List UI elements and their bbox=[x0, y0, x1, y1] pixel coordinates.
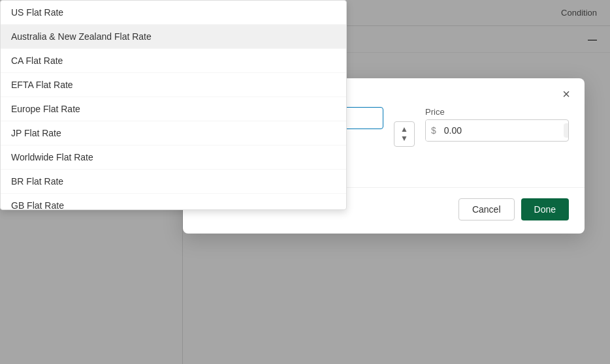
cancel-button[interactable]: Cancel bbox=[458, 198, 515, 220]
price-input-wrap: $ Free bbox=[425, 119, 569, 142]
dropdown-item-7[interactable]: BR Flat Rate bbox=[1, 170, 346, 194]
dropdown-item-6[interactable]: Worldwide Flat Rate bbox=[1, 145, 346, 170]
done-button[interactable]: Done bbox=[521, 198, 569, 220]
dropdown-scroll[interactable]: US Flat Rate Australia & New Zealand Fla… bbox=[1, 1, 346, 209]
price-label: Price bbox=[425, 107, 569, 117]
free-badge: Free bbox=[564, 123, 569, 138]
dropdown-item-3[interactable]: EFTA Flat Rate bbox=[1, 73, 346, 97]
dropdown-list: US Flat Rate Australia & New Zealand Fla… bbox=[0, 0, 347, 210]
price-currency: $ bbox=[426, 120, 441, 141]
dropdown-item-1[interactable]: Australia & New Zealand Flat Rate bbox=[1, 25, 346, 49]
dropdown-item-4[interactable]: Europe Flat Rate bbox=[1, 97, 346, 121]
dropdown-item-5[interactable]: JP Flat Rate bbox=[1, 121, 346, 145]
down-arrow-icon: ▼ bbox=[400, 134, 408, 143]
dropdown-item-2[interactable]: CA Flat Rate bbox=[1, 49, 346, 73]
up-arrow-icon: ▲ bbox=[400, 125, 408, 134]
dropdown-item-8[interactable]: GB Flat Rate bbox=[1, 194, 346, 209]
modal-close-button[interactable]: × bbox=[558, 86, 574, 102]
dropdown-item-0[interactable]: US Flat Rate bbox=[1, 1, 346, 25]
arrows-button[interactable]: ▲ ▼ bbox=[394, 121, 415, 147]
price-field: Price $ Free bbox=[425, 107, 569, 142]
price-input[interactable] bbox=[441, 120, 561, 141]
